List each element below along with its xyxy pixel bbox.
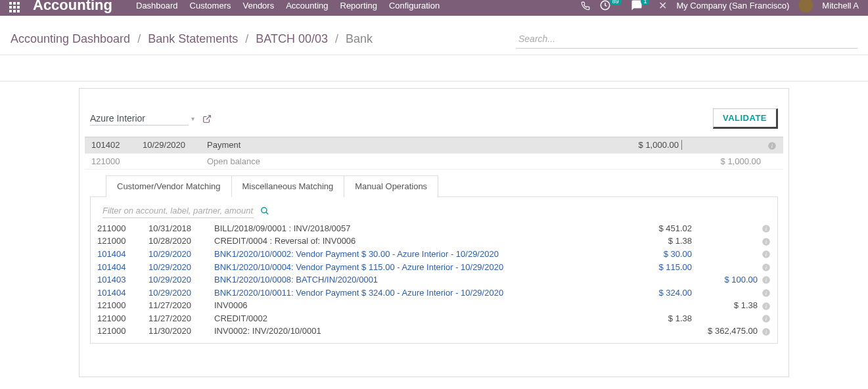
breadcrumb: Accounting Dashboard / Bank Statements /…: [11, 32, 373, 46]
filter-input[interactable]: [103, 204, 254, 218]
match-date: 10/28/2020: [148, 236, 214, 246]
info-icon[interactable]: i: [758, 249, 771, 260]
match-label: BNK1/2020/10/0008: BATCH/IN/2020/0001: [214, 275, 613, 285]
match-date: 11/27/2020: [148, 300, 214, 310]
match-account: 101404: [97, 249, 148, 259]
match-account: 121000: [97, 236, 148, 246]
info-icon[interactable]: i: [758, 236, 771, 246]
svg-line-1: [206, 116, 210, 120]
match-account: 211000: [97, 223, 148, 233]
breadcrumb-current: Bank: [346, 32, 373, 45]
match-row[interactable]: 21100010/31/2018BILL/2018/09/0001 : INV/…: [91, 222, 777, 235]
breadcrumb-1[interactable]: Bank Statements: [148, 32, 238, 45]
info-icon[interactable]: i: [758, 223, 771, 234]
ledger-date: 10/29/2020: [143, 140, 207, 150]
info-icon[interactable]: i: [758, 300, 771, 311]
match-row[interactable]: 10140310/29/2020BNK1/2020/10/0008: BATCH…: [91, 273, 777, 286]
main-menu: Dashboard Customers Vendors Accounting R…: [136, 1, 440, 11]
match-row[interactable]: 10140410/29/2020BNK1/2020/10/0004: Vendo…: [91, 260, 777, 273]
avatar[interactable]: [798, 0, 813, 12]
chevron-down-icon[interactable]: ▾: [191, 115, 194, 122]
ledger-row[interactable]: 10140210/29/2020Payment$ 1,000.00i: [85, 137, 783, 154]
match-label: CREDIT/0004 : Reversal of: INV0006: [214, 236, 613, 246]
search-icon[interactable]: [260, 206, 269, 216]
match-list: 21100010/31/2018BILL/2018/09/0001 : INV/…: [91, 222, 777, 338]
search-input[interactable]: [516, 30, 857, 49]
match-debit: $ 1.38: [613, 313, 692, 323]
match-label: INV0006: [214, 300, 613, 310]
partner-row: ▾ VALIDATE: [85, 108, 783, 137]
breadcrumb-0[interactable]: Accounting Dashboard: [11, 32, 130, 45]
apps-icon[interactable]: [9, 2, 21, 14]
svg-line-5: [266, 212, 269, 215]
info-icon[interactable]: i: [758, 262, 771, 272]
search-wrap: [516, 30, 857, 49]
match-row[interactable]: 10140410/29/2020BNK1/2020/10/0002: Vendo…: [91, 248, 777, 261]
menu-reporting[interactable]: Reporting: [340, 1, 377, 11]
tabs: Customer/Vendor MatchingMiscellaneous Ma…: [85, 175, 783, 196]
menu-accounting[interactable]: Accounting: [286, 1, 328, 11]
user-name[interactable]: Mitchell A: [822, 1, 859, 11]
match-label: BNK1/2020/10/0004: Vendor Payment $ 115.…: [214, 262, 613, 272]
main: ▾ VALIDATE 10140210/29/2020Payment$ 1,00…: [0, 81, 868, 389]
match-date: 10/29/2020: [148, 262, 214, 272]
match-date: 10/31/2018: [148, 223, 214, 233]
match-row[interactable]: 12100011/30/2020INV0002: INV/2020/10/000…: [91, 325, 777, 338]
match-date: 10/29/2020: [148, 288, 214, 298]
match-date: 11/27/2020: [148, 313, 214, 323]
ledger-label: Open balance: [207, 156, 603, 166]
ledger-row[interactable]: 121000Open balance$ 1,000.00: [85, 154, 783, 170]
close-icon[interactable]: ✕: [658, 0, 667, 12]
match-label: INV0002: INV/2020/10/0001: [214, 326, 613, 336]
navbar: Accounting Dashboard Customers Vendors A…: [0, 0, 868, 16]
tabs-body: 21100010/31/2018BILL/2018/09/0001 : INV/…: [90, 196, 778, 344]
company-name[interactable]: My Company (San Francisco): [676, 1, 789, 11]
match-debit: $ 30.00: [613, 249, 692, 259]
match-row[interactable]: 10140410/29/2020BNK1/2020/10/0011: Vendo…: [91, 286, 777, 299]
activity-icon[interactable]: 89: [599, 0, 622, 11]
info-icon[interactable]: i: [758, 287, 771, 298]
match-account: 101404: [97, 262, 148, 272]
match-row[interactable]: 12100010/28/2020CREDIT/0004 : Reversal o…: [91, 235, 777, 248]
match-debit: $ 324.00: [613, 288, 692, 298]
ledger-account: 121000: [91, 156, 143, 166]
phone-icon[interactable]: [581, 0, 590, 11]
tab-1[interactable]: Miscellaneous Matching: [231, 175, 345, 197]
reconciliation-panel: ▾ VALIDATE 10140210/29/2020Payment$ 1,00…: [79, 88, 789, 377]
partner-select[interactable]: [90, 112, 189, 126]
match-account: 121000: [97, 326, 148, 336]
match-label: BILL/2018/09/0001 : INV/2018/0057: [214, 223, 613, 233]
match-debit: $ 451.02: [613, 223, 692, 233]
tab-2[interactable]: Manual Operations: [344, 175, 438, 197]
info-icon[interactable]: i: [758, 313, 771, 324]
tab-0[interactable]: Customer/Vendor Matching: [106, 175, 232, 197]
external-link-icon[interactable]: [202, 114, 212, 124]
match-debit: $ 1.38: [613, 236, 692, 246]
discuss-icon[interactable]: 1: [631, 0, 650, 11]
menu-vendors[interactable]: Vendors: [242, 1, 274, 11]
toolbar-spacer: [0, 55, 868, 81]
activity-badge: 89: [610, 0, 622, 5]
discuss-badge: 1: [641, 0, 649, 5]
ledger-account: 101402: [91, 140, 143, 150]
svg-point-4: [262, 208, 267, 213]
match-account: 101404: [97, 288, 148, 298]
match-label: BNK1/2020/10/0002: Vendor Payment $ 30.0…: [214, 249, 613, 259]
breadcrumb-2[interactable]: BATCH 00/03: [256, 32, 328, 45]
app-brand[interactable]: Accounting: [33, 0, 112, 14]
match-credit: $ 1.38: [692, 300, 758, 310]
info-icon[interactable]: i: [758, 326, 771, 336]
info-icon[interactable]: i: [761, 140, 777, 150]
match-row[interactable]: 12100011/27/2020INV0006$ 1.38i: [91, 299, 777, 312]
match-credit: $ 100.00: [692, 275, 758, 285]
info-icon[interactable]: i: [758, 275, 771, 285]
navbar-right: 89 1 ✕ My Company (San Francisco) Mitche…: [581, 0, 859, 12]
validate-button[interactable]: VALIDATE: [713, 108, 778, 129]
match-row[interactable]: 12100011/27/2020CREDIT/0002$ 1.38i: [91, 312, 777, 325]
match-date: 10/29/2020: [148, 249, 214, 259]
menu-customers[interactable]: Customers: [190, 1, 231, 11]
menu-configuration[interactable]: Configuration: [389, 1, 440, 11]
filter-row: [91, 197, 777, 222]
menu-dashboard[interactable]: Dashboard: [136, 1, 178, 11]
match-date: 10/29/2020: [148, 275, 214, 285]
